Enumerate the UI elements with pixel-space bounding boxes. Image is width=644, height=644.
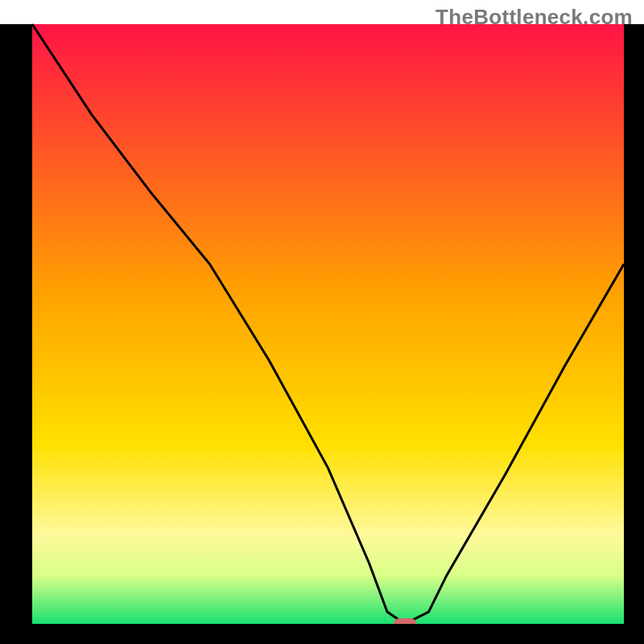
credit-label: TheBottleneck.com bbox=[436, 5, 633, 30]
bottleneck-chart bbox=[0, 0, 644, 644]
plot-background bbox=[32, 24, 624, 624]
chart-container: TheBottleneck.com bbox=[0, 0, 644, 644]
frame-left bbox=[0, 24, 32, 644]
frame-bottom bbox=[0, 624, 644, 644]
frame-right bbox=[624, 24, 644, 644]
